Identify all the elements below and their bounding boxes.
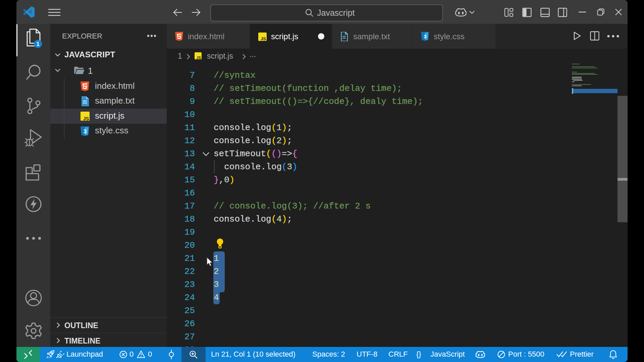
svg-text:3: 3 bbox=[424, 34, 426, 40]
svg-text:3: 3 bbox=[84, 128, 87, 134]
svg-text:1: 1 bbox=[36, 41, 39, 47]
